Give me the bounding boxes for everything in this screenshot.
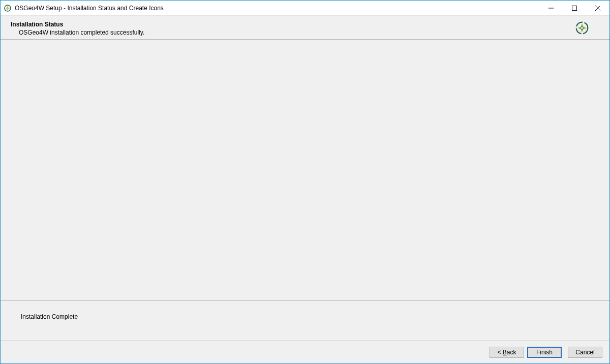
minimize-button[interactable] [539,1,563,15]
svg-point-3 [7,7,9,9]
cancel-button[interactable]: Cancel [568,347,602,358]
installer-window: OSGeo4W Setup - Installation Status and … [0,0,610,364]
compass-icon [575,21,589,35]
wizard-content [1,40,609,300]
finish-button[interactable]: Finish [527,347,562,358]
svg-point-11 [581,26,584,29]
page-title: Installation Status [11,21,575,28]
wizard-header-text: Installation Status OSGeo4W installation… [11,21,575,36]
close-button[interactable] [586,1,609,15]
svg-rect-5 [572,6,577,10]
window-controls [539,1,609,15]
window-title: OSGeo4W Setup - Installation Status and … [15,5,539,12]
maximize-button[interactable] [563,1,586,15]
title-bar: OSGeo4W Setup - Installation Status and … [1,1,609,16]
wizard-header: Installation Status OSGeo4W installation… [1,16,609,40]
app-icon [4,4,12,12]
status-area: Installation Complete [1,300,609,341]
wizard-button-bar: < Back Finish Cancel [1,341,609,363]
back-button[interactable]: < Back [490,347,524,358]
status-message: Installation Complete [21,313,78,320]
nav-button-group: < Back Finish [490,347,562,358]
page-subtitle: OSGeo4W installation completed successfu… [19,29,575,36]
